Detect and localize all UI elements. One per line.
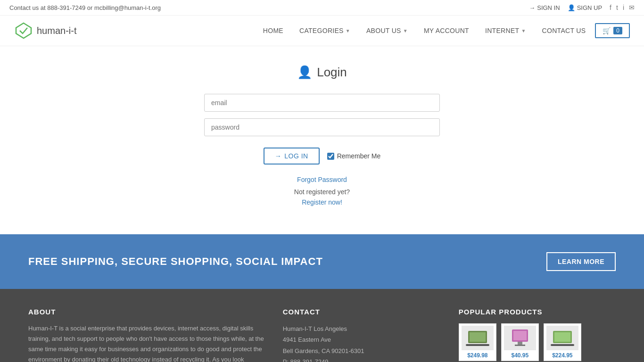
categories-caret: ▼ [346,28,350,33]
svg-rect-10 [551,344,574,346]
footer-popular-products: POPULAR PRODUCTS $249.98 [459,308,616,362]
monitor-icon-2 [508,329,532,347]
about-caret: ▼ [403,28,408,33]
login-title: 👤 Login [72,65,572,80]
svg-rect-5 [513,331,527,340]
blue-banner: FREE SHIPPING, SECURE SHOPPING, SOCIAL I… [0,234,644,289]
product-image-1 [462,326,494,350]
email-icon[interactable]: ✉ [629,4,635,11]
svg-rect-9 [554,332,570,342]
social-icons: f t i ✉ [610,4,635,11]
logo-icon [14,21,33,40]
svg-rect-2 [470,332,486,342]
svg-marker-0 [16,23,31,38]
contact-phone: P: 888-391-7249 [283,356,440,362]
signup-link[interactable]: 👤 SIGN UP [568,4,602,11]
login-button[interactable]: → LOG IN [264,148,320,165]
cart-icon: 🛒 [603,27,611,34]
svg-rect-7 [515,345,525,346]
contact-info: Contact us at 888-391-7249 or mcbilling@… [9,4,161,11]
contact-address2: Bell Gardens, CA 90201-6301 [283,346,440,356]
laptop-icon-1 [466,329,489,347]
nav-my-account[interactable]: MY ACCOUNT [417,22,476,39]
product-list: $249.98 $40.95 [459,323,616,361]
product-image-3 [546,326,578,350]
forgot-password-link[interactable]: Forgot Password [204,176,440,183]
password-input[interactable] [204,118,440,136]
svg-rect-6 [518,342,522,345]
product-price-1: $249.98 [467,352,487,359]
contact-details: Human-I-T Los Angeles 4941 Eastern Ave B… [283,323,440,362]
laptop-icon-3 [551,329,574,347]
twitter-icon[interactable]: t [616,4,618,11]
header: human-i-t HOME CATEGORIES ▼ ABOUT US ▼ M… [0,16,644,46]
product-price-3: $224.95 [552,352,572,359]
nav-internet[interactable]: INTERNET ▼ [479,22,533,39]
internet-caret: ▼ [521,28,526,33]
facebook-icon[interactable]: f [610,4,611,11]
signup-icon: 👤 [568,4,575,11]
popular-products-heading: POPULAR PRODUCTS [459,308,616,316]
contact-name: Human-I-T Los Angeles [283,323,440,334]
contact-address1: 4941 Eastern Ave [283,334,440,345]
banner-text: FREE SHIPPING, SECURE SHOPPING, SOCIAL I… [28,255,323,268]
nav-about[interactable]: ABOUT US ▼ [360,22,414,39]
user-icon: 👤 [297,65,312,80]
product-image-2 [504,326,536,350]
product-card-2[interactable]: $40.95 [501,323,539,361]
signin-link[interactable]: → SIGN IN [529,4,560,11]
signin-icon: → [529,4,535,11]
remember-me-label[interactable]: Remember Me [327,152,381,160]
learn-more-button[interactable]: LEARN MORE [546,252,616,271]
svg-rect-3 [466,344,489,346]
email-input[interactable] [204,94,440,112]
main-nav: HOME CATEGORIES ▼ ABOUT US ▼ MY ACCOUNT … [256,22,630,39]
cart-count: 0 [613,27,622,34]
footer-grid: ABOUT Human-I-T is a social enterprise t… [28,308,616,362]
instagram-icon[interactable]: i [623,4,624,11]
cart-button[interactable]: 🛒 0 [595,23,630,38]
register-link[interactable]: Register now! [302,198,342,206]
product-card-3[interactable]: $224.95 [544,323,581,361]
login-actions: → LOG IN Remember Me [204,148,440,165]
login-arrow-icon: → [275,152,282,160]
top-bar: Contact us at 888-391-7249 or mcbilling@… [0,0,644,16]
about-text: Human-I-T is a social enterprise that pr… [28,323,264,362]
remember-me-checkbox[interactable] [327,153,334,160]
footer-about: ABOUT Human-I-T is a social enterprise t… [28,308,264,362]
main-content: 👤 Login → LOG IN Remember Me Forgot Pass… [63,46,581,234]
logo-text: human-i-t [37,25,76,36]
login-form: → LOG IN Remember Me Forgot Password Not… [204,94,440,206]
product-card-1[interactable]: $249.98 [459,323,496,361]
nav-categories[interactable]: CATEGORIES ▼ [293,22,357,39]
product-price-2: $40.95 [511,352,528,359]
top-bar-right: → SIGN IN 👤 SIGN UP f t i ✉ [529,4,635,11]
contact-heading: CONTACT [283,308,440,316]
about-heading: ABOUT [28,308,264,316]
nav-contact[interactable]: CONTACT US [536,22,593,39]
not-registered-text: Not registered yet? [204,188,440,196]
footer-contact: CONTACT Human-I-T Los Angeles 4941 Easte… [283,308,440,362]
footer: ABOUT Human-I-T is a social enterprise t… [0,289,644,362]
nav-home[interactable]: HOME [256,22,290,39]
logo[interactable]: human-i-t [14,21,76,40]
